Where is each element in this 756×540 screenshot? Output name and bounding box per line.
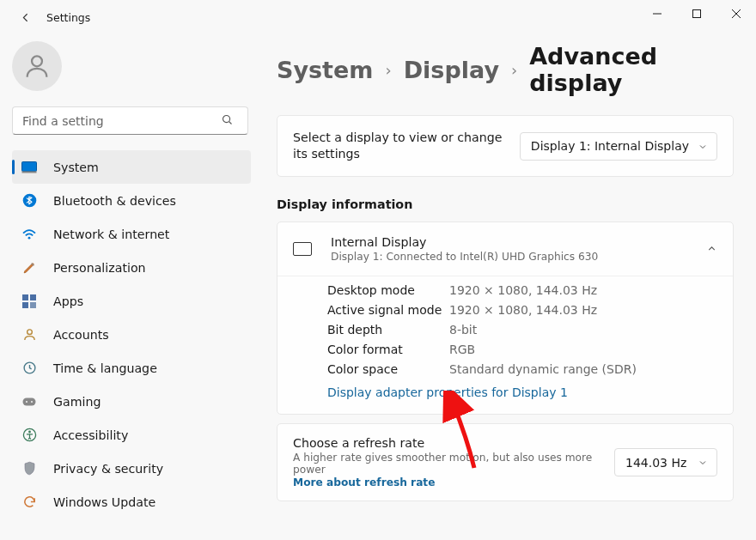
- sidebar-item-label: Privacy & security: [53, 462, 163, 476]
- row-bit-depth: Bit depth8-bit: [327, 319, 717, 339]
- row-color-space: Color spaceStandard dynamic range (SDR): [327, 359, 717, 379]
- refresh-more-link[interactable]: More about refresh rate: [293, 476, 614, 488]
- breadcrumb-display[interactable]: Display: [404, 57, 499, 83]
- row-desktop-mode: Desktop mode1920 × 1080, 144.03 Hz: [327, 280, 717, 300]
- svg-point-21: [28, 431, 31, 434]
- svg-rect-8: [22, 171, 37, 173]
- row-active-signal: Active signal mode1920 × 1080, 144.03 Hz: [327, 300, 717, 319]
- svg-rect-7: [22, 161, 37, 171]
- adapter-properties-link[interactable]: Display adapter properties for Display 1: [327, 385, 568, 399]
- svg-point-10: [28, 236, 31, 239]
- search-input[interactable]: [12, 106, 248, 135]
- sidebar-item-apps[interactable]: Apps: [12, 284, 251, 318]
- svg-rect-17: [23, 397, 36, 405]
- shield-icon: [21, 460, 38, 477]
- maximize-icon: [692, 9, 701, 18]
- sidebar-item-label: Bluetooth & devices: [53, 194, 176, 208]
- chevron-down-icon: [698, 457, 708, 470]
- svg-rect-11: [22, 294, 28, 300]
- svg-rect-1: [693, 10, 701, 18]
- sidebar-item-label: Network & internet: [53, 228, 169, 241]
- svg-point-19: [31, 401, 33, 403]
- system-icon: [21, 159, 38, 176]
- clock-icon: [21, 360, 38, 377]
- accessibility-icon: [21, 427, 38, 444]
- sidebar-item-label: Apps: [53, 294, 83, 308]
- display-name: Internal Display: [331, 235, 598, 249]
- svg-rect-14: [30, 302, 36, 308]
- sidebar-item-label: Accounts: [53, 328, 109, 342]
- update-icon: [21, 494, 38, 511]
- svg-point-15: [27, 330, 32, 335]
- display-selector-prompt: Select a display to view or change its s…: [293, 130, 508, 162]
- chevron-right-icon: ›: [511, 61, 517, 79]
- display-selector-value: Display 1: Internal Display: [531, 139, 689, 153]
- refresh-desc: A higher rate gives smoother motion, but…: [293, 452, 614, 476]
- wifi-icon: [21, 226, 38, 243]
- breadcrumb: System › Display › Advanced display: [277, 43, 734, 96]
- bluetooth-icon: [21, 192, 38, 209]
- sidebar-item-label: System: [53, 161, 99, 174]
- sidebar-item-privacy[interactable]: Privacy & security: [12, 452, 251, 485]
- display-selector-dropdown[interactable]: Display 1: Internal Display: [520, 132, 717, 161]
- monitor-icon: [293, 242, 312, 256]
- close-button[interactable]: [716, 0, 756, 27]
- sidebar-item-personalization[interactable]: Personalization: [12, 251, 251, 284]
- sidebar-item-system[interactable]: System: [12, 150, 251, 184]
- refresh-rate-dropdown[interactable]: 144.03 Hz: [614, 448, 717, 476]
- maximize-button[interactable]: [677, 0, 716, 27]
- breadcrumb-system[interactable]: System: [277, 57, 373, 83]
- sidebar-item-bluetooth[interactable]: Bluetooth & devices: [12, 184, 251, 217]
- svg-point-18: [26, 401, 27, 403]
- avatar[interactable]: [12, 41, 62, 91]
- back-button[interactable]: [9, 1, 41, 33]
- sidebar-item-time-language[interactable]: Time & language: [12, 351, 251, 385]
- accounts-icon: [21, 326, 38, 343]
- paint-icon: [21, 259, 38, 276]
- chevron-up-icon: [706, 241, 717, 258]
- display-info-header[interactable]: Internal Display Display 1: Connected to…: [277, 222, 733, 276]
- display-sub: Display 1: Connected to Intel(R) UHD Gra…: [331, 251, 598, 263]
- minimize-button[interactable]: [637, 0, 677, 27]
- gaming-icon: [21, 393, 38, 410]
- sidebar-item-label: Personalization: [53, 261, 146, 275]
- section-title-display-info: Display information: [277, 197, 734, 211]
- sidebar-item-gaming[interactable]: Gaming: [12, 385, 251, 418]
- sidebar-item-label: Gaming: [53, 395, 101, 409]
- svg-point-4: [32, 56, 42, 66]
- sidebar-item-label: Time & language: [53, 361, 157, 375]
- sidebar-item-accessibility[interactable]: Accessibility: [12, 418, 251, 452]
- row-color-format: Color formatRGB: [327, 339, 717, 359]
- svg-rect-13: [22, 302, 28, 308]
- sidebar-item-network[interactable]: Network & internet: [12, 217, 251, 251]
- display-selector-card: Select a display to view or change its s…: [277, 115, 734, 177]
- svg-rect-12: [30, 294, 36, 300]
- chevron-right-icon: ›: [385, 61, 391, 79]
- sidebar-item-accounts[interactable]: Accounts: [12, 318, 251, 351]
- window-title: Settings: [41, 11, 90, 24]
- refresh-rate-card: Choose a refresh rate A higher rate give…: [277, 423, 734, 501]
- close-icon: [732, 9, 741, 18]
- refresh-rate-value: 144.03 Hz: [625, 456, 686, 470]
- display-info-card: Internal Display Display 1: Connected to…: [277, 221, 734, 415]
- minimize-icon: [653, 9, 662, 18]
- sidebar-item-label: Accessibility: [53, 428, 128, 442]
- chevron-down-icon: [698, 141, 708, 155]
- sidebar-item-label: Windows Update: [53, 495, 155, 509]
- arrow-left-icon: [18, 10, 33, 25]
- apps-icon: [21, 293, 38, 310]
- sidebar-item-update[interactable]: Windows Update: [12, 485, 251, 519]
- refresh-title: Choose a refresh rate: [293, 436, 614, 450]
- person-icon: [22, 52, 52, 81]
- page-title: Advanced display: [529, 43, 734, 96]
